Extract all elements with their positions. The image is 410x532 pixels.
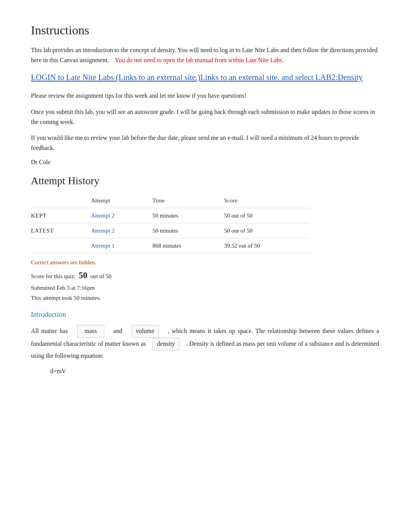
- score-value: 50: [79, 270, 87, 280]
- badge-latest: LATEST: [31, 223, 91, 238]
- col-header-badge: [31, 193, 91, 208]
- correct-answers-notice: Correct answers are hidden.: [31, 259, 379, 266]
- attempt-2-kept-link[interactable]: Attempt 2: [91, 212, 115, 219]
- score-kept: 50 out of 50: [224, 208, 309, 223]
- review-paragraph: If you would like me to review your lab …: [31, 133, 379, 153]
- equation-block: d=mV: [50, 368, 379, 375]
- badge-kept: KEPT: [31, 208, 91, 223]
- col-header-attempt: Attempt: [91, 193, 152, 208]
- introduction-title: Introduction: [31, 311, 379, 319]
- autoscore-paragraph: Once you submit this lab, you will see a…: [31, 107, 379, 127]
- attempt-2-latest-link[interactable]: Attempt 2: [91, 227, 115, 234]
- page-title: Instructions: [31, 23, 379, 37]
- score-info-block: Score for this quiz: 50 out of 50 Submit…: [31, 268, 379, 303]
- dr-name: Dr Cole: [31, 159, 379, 166]
- red-notice-text: You do not need to open the lab manual f…: [115, 57, 284, 63]
- col-header-time: Time: [152, 193, 224, 208]
- intro-text-before-mass: All matter has: [31, 328, 68, 334]
- intro-text-and: and: [114, 328, 122, 334]
- density-answer-box: density: [152, 338, 180, 350]
- score-latest: 50 out of 50: [224, 223, 309, 238]
- volume-answer-box: volume: [132, 325, 159, 338]
- table-row: LATEST Attempt 2 50 minutes 50 out of 50: [31, 223, 310, 238]
- attempt-1-link[interactable]: Attempt 1: [91, 242, 115, 249]
- submitted-line: Submitted Feb 3 at 7:16pm: [31, 283, 379, 293]
- attempt-history-table: Attempt Time Score KEPT Attempt 2 50 min…: [31, 193, 310, 253]
- attempt-link-1[interactable]: Attempt 1: [91, 238, 152, 253]
- badge-1: [31, 238, 91, 253]
- time-1: 868 minutes: [152, 238, 224, 253]
- external-link[interactable]: LOGIN to Late Nite Labs (Links to an ext…: [31, 71, 379, 83]
- intro-body-paragraph: All matter has mass and volume , which m…: [31, 325, 379, 361]
- tip-paragraph: Please review the assignment tips for th…: [31, 91, 379, 101]
- attempt-link-latest[interactable]: Attempt 2: [91, 223, 152, 238]
- mass-answer-box: mass: [77, 325, 104, 338]
- table-row: Attempt 1 868 minutes 39.52 out of 50: [31, 238, 310, 253]
- score-label: Score for this quiz:: [31, 273, 76, 279]
- attempt-history-title: Attempt History: [31, 175, 379, 187]
- table-row: KEPT Attempt 2 50 minutes 50 out of 50: [31, 208, 310, 223]
- duration-line: This attempt took 50 minutes.: [31, 293, 379, 303]
- score-max: out of 50: [90, 273, 112, 279]
- col-header-score: Score: [224, 193, 309, 208]
- equation-text: d=mV: [50, 368, 66, 374]
- score-line: Score for this quiz: 50 out of 50: [31, 268, 379, 283]
- time-kept: 50 minutes: [152, 208, 224, 223]
- attempt-link-kept[interactable]: Attempt 2: [91, 208, 152, 223]
- score-1: 39.52 out of 50: [224, 238, 309, 253]
- time-latest: 50 minutes: [152, 223, 224, 238]
- intro-paragraph-1: This lab provides an introduction to the…: [31, 45, 379, 65]
